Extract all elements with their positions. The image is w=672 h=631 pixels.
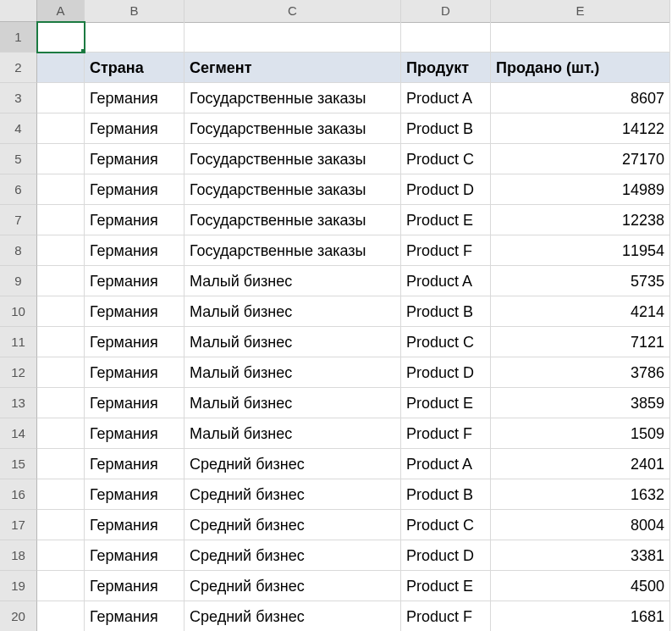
cell-country[interactable]: Германия — [85, 174, 185, 205]
row-header-12[interactable]: 12 — [0, 357, 37, 388]
row-header-6[interactable]: 6 — [0, 174, 37, 205]
cell-product[interactable]: Product B — [401, 479, 491, 510]
cell-product[interactable]: Product B — [401, 113, 491, 144]
cell-sold[interactable]: 2401 — [491, 449, 670, 479]
cell-product[interactable]: Product C — [401, 510, 491, 540]
cell-segment[interactable]: Малый бизнес — [185, 296, 401, 327]
cell[interactable] — [37, 357, 85, 388]
cell-sold[interactable]: 1509 — [491, 418, 670, 449]
cell-sold[interactable]: 3859 — [491, 388, 670, 418]
cell-product[interactable]: Product D — [401, 357, 491, 388]
cell-product[interactable]: Product C — [401, 144, 491, 174]
row-header-20[interactable]: 20 — [0, 601, 37, 631]
cell-segment[interactable]: Государственные заказы — [185, 235, 401, 266]
row-header-8[interactable]: 8 — [0, 235, 37, 266]
cell-product[interactable]: Product E — [401, 205, 491, 235]
cell-sold[interactable]: 14122 — [491, 113, 670, 144]
cell-country[interactable]: Германия — [85, 571, 185, 601]
cell-sold[interactable]: 3381 — [491, 540, 670, 571]
cell-product[interactable]: Product A — [401, 266, 491, 296]
cell[interactable] — [491, 22, 670, 53]
cell-product[interactable]: Product D — [401, 540, 491, 571]
cell[interactable] — [37, 53, 85, 83]
cell-A1[interactable] — [37, 22, 85, 53]
cell-country[interactable]: Германия — [85, 540, 185, 571]
cell-product[interactable]: Product D — [401, 174, 491, 205]
cell[interactable] — [37, 571, 85, 601]
cell[interactable] — [37, 327, 85, 357]
cell-segment[interactable]: Средний бизнес — [185, 449, 401, 479]
cell[interactable] — [85, 22, 185, 53]
cell[interactable] — [37, 113, 85, 144]
cell-sold[interactable]: 14989 — [491, 174, 670, 205]
cell-country[interactable]: Германия — [85, 266, 185, 296]
cell-segment[interactable]: Средний бизнес — [185, 479, 401, 510]
cell-sold[interactable]: 12238 — [491, 205, 670, 235]
row-header-7[interactable]: 7 — [0, 205, 37, 235]
header-product[interactable]: Продукт — [401, 53, 491, 83]
cell[interactable] — [37, 205, 85, 235]
row-header-4[interactable]: 4 — [0, 113, 37, 144]
cell-segment[interactable]: Средний бизнес — [185, 540, 401, 571]
cell[interactable] — [37, 388, 85, 418]
col-header-B[interactable]: B — [85, 0, 185, 23]
cell[interactable] — [37, 144, 85, 174]
cell-country[interactable]: Германия — [85, 601, 185, 631]
cell-sold[interactable]: 8607 — [491, 83, 670, 113]
header-segment[interactable]: Сегмент — [185, 53, 401, 83]
cell[interactable] — [37, 174, 85, 205]
cell-sold[interactable]: 27170 — [491, 144, 670, 174]
cell[interactable] — [37, 601, 85, 631]
cell[interactable] — [37, 418, 85, 449]
cell-country[interactable]: Германия — [85, 418, 185, 449]
cell-country[interactable]: Германия — [85, 144, 185, 174]
cell[interactable] — [37, 449, 85, 479]
cell-sold[interactable]: 5735 — [491, 266, 670, 296]
cell-sold[interactable]: 11954 — [491, 235, 670, 266]
cell-sold[interactable]: 1632 — [491, 479, 670, 510]
cell-country[interactable]: Германия — [85, 205, 185, 235]
col-header-E[interactable]: E — [491, 0, 670, 23]
cell-product[interactable]: Product C — [401, 327, 491, 357]
cell[interactable] — [37, 479, 85, 510]
cell-product[interactable]: Product B — [401, 296, 491, 327]
row-header-14[interactable]: 14 — [0, 418, 37, 449]
cell-sold[interactable]: 4500 — [491, 571, 670, 601]
cell-country[interactable]: Германия — [85, 113, 185, 144]
row-header-2[interactable]: 2 — [0, 53, 37, 83]
cell-segment[interactable]: Государственные заказы — [185, 205, 401, 235]
cell-segment[interactable]: Государственные заказы — [185, 83, 401, 113]
row-header-9[interactable]: 9 — [0, 266, 37, 296]
cell-sold[interactable]: 1681 — [491, 601, 670, 631]
cell[interactable] — [185, 22, 401, 53]
row-header-16[interactable]: 16 — [0, 479, 37, 510]
cell-country[interactable]: Германия — [85, 83, 185, 113]
cell[interactable] — [37, 266, 85, 296]
cell-segment[interactable]: Средний бизнес — [185, 510, 401, 540]
row-header-18[interactable]: 18 — [0, 540, 37, 571]
cell-segment[interactable]: Малый бизнес — [185, 327, 401, 357]
cell[interactable] — [37, 510, 85, 540]
cell[interactable] — [401, 22, 491, 53]
row-header-17[interactable]: 17 — [0, 510, 37, 540]
col-header-D[interactable]: D — [401, 0, 491, 23]
cell-country[interactable]: Германия — [85, 235, 185, 266]
row-header-1[interactable]: 1 — [0, 22, 37, 53]
cell[interactable] — [37, 235, 85, 266]
row-header-3[interactable]: 3 — [0, 83, 37, 113]
col-header-A[interactable]: A — [37, 0, 85, 23]
cell-segment[interactable]: Государственные заказы — [185, 174, 401, 205]
cell-segment[interactable]: Малый бизнес — [185, 418, 401, 449]
cell-country[interactable]: Германия — [85, 357, 185, 388]
row-header-11[interactable]: 11 — [0, 327, 37, 357]
cell[interactable] — [37, 296, 85, 327]
select-all-corner[interactable] — [0, 0, 37, 22]
cell-segment[interactable]: Государственные заказы — [185, 144, 401, 174]
cell-segment[interactable]: Средний бизнес — [185, 601, 401, 631]
cell-segment[interactable]: Малый бизнес — [185, 388, 401, 418]
cell-segment[interactable]: Малый бизнес — [185, 357, 401, 388]
row-header-15[interactable]: 15 — [0, 449, 37, 479]
cell-country[interactable]: Германия — [85, 479, 185, 510]
cell-product[interactable]: Product F — [401, 601, 491, 631]
cell-country[interactable]: Германия — [85, 388, 185, 418]
